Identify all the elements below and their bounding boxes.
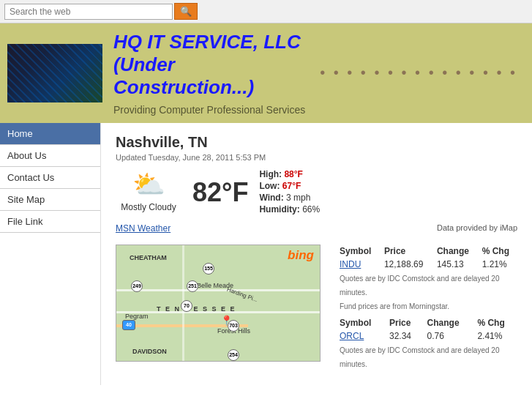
map-badge-251: 251 [187,280,198,292]
sidebar-item-contact[interactable]: Contact Us [0,167,100,189]
stock-row-orcl: ORCL 32.34 0.76 2.41% [335,329,517,343]
weather-content: ⛅ Mostly Cloudy 82°F High: 88°F Low: 67°… [116,169,517,216]
stock-header-row-2: Symbol Price Change % Chg [335,316,517,329]
stock-link-orcl[interactable]: ORCL [340,331,364,341]
map-road-h1 [116,289,320,291]
stock-link-indu[interactable]: INDU [340,259,361,269]
stock-pct-orcl: 2.41% [473,329,517,343]
map-label-tennessee: T E N N E S S E E [157,305,236,313]
stock-note-1a: Quotes are by IDC Comstock and are delay… [335,275,517,283]
header-text: HQ IT SERVICE, LLC (Under Construction..… [102,31,320,116]
weather-wind: Wind: 3 mph [259,193,320,203]
header: HQ IT SERVICE, LLC (Under Construction..… [0,23,532,123]
map-background: bing CHEATHAM Belle Meade T E N N E S S … [116,245,320,361]
map-badge-155: 155 [203,263,214,275]
weather-footer: MSN Weather Data provided by iMap [116,223,517,234]
sidebar-item-home[interactable]: Home [0,123,100,145]
header-title: HQ IT SERVICE, LLC (Under Construction..… [113,31,320,100]
map-label-pegram: Pegram [125,313,149,320]
stock-note-1c: Fund prices are from Morningstar. [335,302,517,310]
col-symbol-2: Symbol [335,316,385,329]
col-pct-2: % Chg [473,316,517,329]
col-symbol-1: Symbol [335,245,380,258]
col-price-1: Price [380,245,432,258]
stock-note-2a: Quotes are by IDC Comstock and are delay… [335,346,517,354]
stock-change-indu: 145.13 [432,258,478,271]
header-title-line1: HQ IT SERVICE, LLC [113,31,301,53]
map-badge-70: 70 [181,300,192,312]
weather-low: Low: 67°F [259,181,320,191]
header-title-line2: (Under Construction...) [113,53,254,98]
map-badge-40: 40 [122,320,135,330]
map-label-davidson: DAVIDSON [132,348,167,355]
map-badge-249: 249 [131,280,143,292]
search-bar: 🔍 [0,0,532,23]
weather-icon: ⛅ [116,169,181,200]
sidebar-item-about[interactable]: About Us [0,145,100,167]
bottom-section: bing CHEATHAM Belle Meade T E N N E S S … [116,245,517,374]
main-content: Nashville, TN Updated Tuesday, June 28, … [101,123,532,385]
weather-updated: Updated Tuesday, June 28, 2011 5:53 PM [116,153,517,162]
weather-description: Mostly Cloudy [116,202,181,212]
map-label-cheatham: CHEATHAM [130,254,167,261]
layout: Home About Us Contact Us Site Map File L… [0,123,532,385]
bing-logo: bing [288,248,314,263]
header-subtitle: Providing Computer Professional Services [113,104,320,116]
stocks-container: Symbol Price Change % Chg INDU 12,188.69… [335,245,517,374]
weather-icon-area: ⛅ Mostly Cloudy [116,169,181,212]
stock-note-2b: minutes. [335,360,517,368]
stock-row-indu: INDU 12,188.69 145.13 1.21% [335,258,517,271]
weather-location: Nashville, TN [116,134,517,151]
col-price-2: Price [385,316,423,329]
weather-high: High: 88°F [259,169,320,179]
msn-weather-link[interactable]: MSN Weather [116,223,171,234]
weather-data-source: Data provided by iMap [437,223,517,234]
stock-pct-indu: 1.21% [478,258,517,271]
sidebar-item-filelink[interactable]: File Link [0,211,100,233]
stock-note-1b: minutes. [335,288,517,297]
stock-table-2: Symbol Price Change % Chg ORCL 32.34 0.7… [335,316,517,343]
weather-temperature: 82°F [192,177,248,208]
col-pct-1: % Chg [478,245,517,258]
stock-price-orcl: 32.34 [385,329,423,343]
stock-header-row-1: Symbol Price Change % Chg [335,245,517,258]
col-change-1: Change [432,245,478,258]
col-change-2: Change [423,316,473,329]
map-pin: 📍 [220,315,233,327]
stock-symbol-indu: INDU [335,258,380,271]
stock-symbol-orcl: ORCL [335,329,385,343]
search-button[interactable]: 🔍 [174,3,198,20]
stock-change-orcl: 0.76 [423,329,473,343]
map-container: bing CHEATHAM Belle Meade T E N N E S S … [116,245,321,362]
header-dots: • • • • • • • • • • • • • • • [320,64,532,81]
stock-price-indu: 12,188.69 [380,258,432,271]
map-badge-254: 254 [228,349,239,361]
sidebar: Home About Us Contact Us Site Map File L… [0,123,101,385]
weather-details: High: 88°F Low: 67°F Wind: 3 mph Humidit… [259,169,320,216]
stock-table-1: Symbol Price Change % Chg INDU 12,188.69… [335,245,517,271]
sidebar-item-sitemap[interactable]: Site Map [0,189,100,211]
search-input[interactable] [4,4,173,20]
weather-humidity: Humidity: 66% [259,204,320,215]
header-logo [7,44,102,102]
